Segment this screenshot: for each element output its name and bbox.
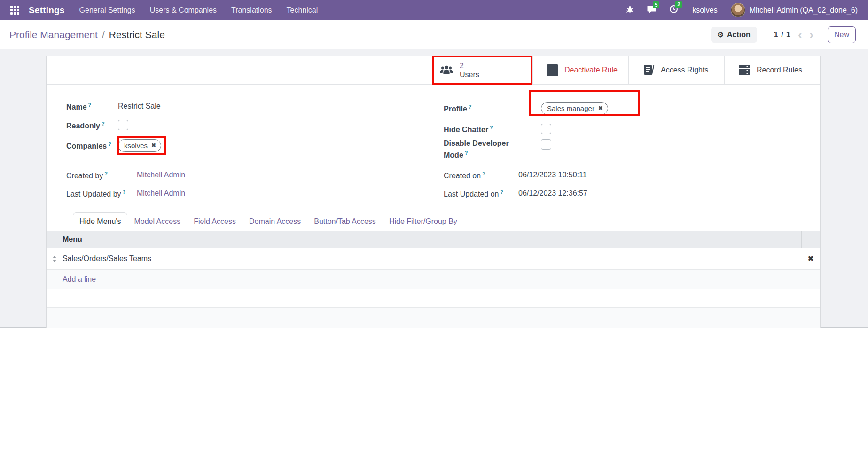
disable-developer-mode-checkbox[interactable] bbox=[541, 139, 551, 150]
control-panel-actions: ⚙ Action 1 / 1 ‹ › New bbox=[711, 26, 856, 43]
tab-model-access[interactable]: Model Access bbox=[127, 212, 187, 230]
company-tag-label: ksolves bbox=[124, 141, 148, 150]
company-switcher[interactable]: ksolves bbox=[692, 6, 717, 15]
help-icon: ? bbox=[104, 171, 108, 176]
breadcrumb-current: Restrict Sale bbox=[109, 29, 165, 40]
users-smart-button[interactable]: 2 Users bbox=[432, 56, 532, 84]
help-icon: ? bbox=[490, 125, 493, 130]
access-rights-label: Access Rights bbox=[661, 66, 708, 74]
user-name: Mitchell Admin (QA_02_done_6) bbox=[750, 6, 858, 15]
book-icon bbox=[642, 64, 655, 76]
menu-cell[interactable]: Sales/Orders/Sales Teams bbox=[63, 248, 801, 269]
nav-menu-translations[interactable]: Translations bbox=[231, 6, 272, 15]
add-a-line-button[interactable]: Add a line bbox=[63, 275, 96, 284]
bug-icon bbox=[626, 5, 634, 15]
menu-column-header[interactable]: Menu bbox=[63, 230, 801, 248]
field-label-readonly: Readonly? bbox=[66, 119, 118, 131]
deactivate-rule-button[interactable]: Deactivate Rule bbox=[532, 56, 628, 84]
pager-previous-icon[interactable]: ‹ bbox=[798, 30, 802, 40]
remove-tag-icon[interactable]: ✖ bbox=[598, 105, 603, 111]
form-sheet: 2 Users Deactivate Rule Access Rights bbox=[46, 56, 821, 328]
messages-badge: 5 bbox=[653, 1, 659, 8]
action-menu-label: Action bbox=[727, 31, 751, 39]
profile-tag: Sales manager ✖ bbox=[541, 102, 608, 115]
field-label-profile: Profile? bbox=[444, 102, 541, 114]
tab-hide-filter-group-by[interactable]: Hide Filter/Group By bbox=[383, 212, 464, 230]
help-icon: ? bbox=[102, 121, 105, 127]
new-record-button[interactable]: New bbox=[828, 26, 856, 43]
field-label-last-updated-on: Last Updated on? bbox=[444, 187, 518, 199]
user-menu[interactable]: Mitchell Admin (QA_02_done_6) bbox=[731, 3, 858, 17]
field-label-disable-developer-mode: Disable Developer Mode? bbox=[444, 138, 541, 160]
action-menu-button[interactable]: ⚙ Action bbox=[711, 27, 757, 43]
user-avatar bbox=[731, 3, 745, 17]
tab-hide-menus[interactable]: Hide Menu's bbox=[73, 212, 127, 230]
empty-row bbox=[47, 289, 820, 308]
hide-menus-list: Menu Sales/Orders/Sales Teams ✖ Add a li… bbox=[47, 230, 820, 328]
users-label: Users bbox=[460, 70, 479, 79]
nav-menu-technical[interactable]: Technical bbox=[287, 6, 318, 15]
drag-handle-icon[interactable] bbox=[53, 256, 56, 262]
notebook-tabs: Hide Menu's Model Access Field Access Do… bbox=[47, 212, 820, 230]
help-icon: ? bbox=[88, 102, 92, 108]
form-fields: Name? Restrict Sale Readonly? Companies?… bbox=[47, 85, 820, 212]
record-pager: 1 / 1 bbox=[774, 31, 791, 39]
field-label-companies: Companies? bbox=[66, 139, 118, 151]
apps-menu-button[interactable] bbox=[9, 5, 20, 16]
company-tag: ksolves ✖ bbox=[118, 139, 161, 152]
remove-tag-icon[interactable]: ✖ bbox=[151, 143, 156, 148]
app-name[interactable]: Settings bbox=[29, 5, 65, 16]
deactivate-rule-label: Deactivate Rule bbox=[564, 66, 618, 74]
breadcrumb-parent-link[interactable]: Profile Management bbox=[9, 29, 98, 40]
last-updated-by-value[interactable]: Mitchell Admin bbox=[137, 189, 185, 198]
pager-next-icon[interactable]: › bbox=[809, 30, 813, 40]
access-rights-button[interactable]: Access Rights bbox=[628, 56, 724, 84]
help-icon: ? bbox=[482, 171, 485, 176]
created-on-value: 06/12/2023 10:50:11 bbox=[518, 171, 587, 179]
breadcrumb: Profile Management / Restrict Sale bbox=[9, 29, 165, 40]
help-icon: ? bbox=[123, 189, 126, 195]
field-label-hide-chatter: Hide Chatter? bbox=[444, 123, 541, 135]
tab-field-access[interactable]: Field Access bbox=[187, 212, 242, 230]
name-value[interactable]: Restrict Sale bbox=[118, 102, 161, 111]
debug-mode-button[interactable] bbox=[626, 5, 634, 15]
record-rules-label: Record Rules bbox=[757, 66, 802, 74]
hide-chatter-checkbox[interactable] bbox=[541, 124, 551, 134]
last-updated-on-value: 06/12/2023 12:36:57 bbox=[518, 189, 587, 198]
tab-domain-access[interactable]: Domain Access bbox=[242, 212, 307, 230]
nav-menu-users-companies[interactable]: Users & Companies bbox=[150, 6, 217, 15]
record-rules-button[interactable]: Record Rules bbox=[724, 56, 820, 84]
table-row[interactable]: Sales/Orders/Sales Teams ✖ bbox=[47, 248, 820, 270]
profile-tag-label: Sales manager bbox=[547, 104, 594, 113]
delete-column-header bbox=[801, 230, 820, 248]
help-icon: ? bbox=[469, 104, 472, 110]
add-line-row: Add a line bbox=[47, 270, 820, 289]
apps-grid-icon bbox=[10, 6, 19, 15]
help-icon: ? bbox=[108, 141, 111, 147]
help-icon: ? bbox=[465, 150, 468, 156]
created-by-value[interactable]: Mitchell Admin bbox=[137, 171, 185, 179]
activities-button[interactable]: 2 bbox=[669, 5, 678, 16]
top-navbar: Settings General Settings Users & Compan… bbox=[0, 0, 868, 20]
control-panel: Profile Management / Restrict Sale ⚙ Act… bbox=[0, 20, 868, 49]
field-label-name: Name? bbox=[66, 100, 118, 112]
navbar-systray: 5 2 ksolves Mitchell Admin (QA_02_done_6… bbox=[613, 3, 858, 17]
help-icon: ? bbox=[500, 189, 503, 195]
nav-menu-general-settings[interactable]: General Settings bbox=[79, 6, 135, 15]
server-stack-icon bbox=[738, 64, 751, 76]
users-count: 2 bbox=[460, 61, 479, 70]
field-label-created-on: Created on? bbox=[444, 169, 518, 181]
breadcrumb-separator: / bbox=[102, 29, 105, 40]
list-header-row: Menu bbox=[47, 230, 820, 248]
content-area: 2 Users Deactivate Rule Access Rights bbox=[0, 49, 868, 328]
button-box: 2 Users Deactivate Rule Access Rights bbox=[47, 56, 820, 85]
activities-badge: 2 bbox=[675, 1, 682, 8]
users-icon bbox=[439, 65, 454, 75]
messages-button[interactable]: 5 bbox=[647, 5, 657, 16]
odoo-window: Settings General Settings Users & Compan… bbox=[0, 0, 868, 461]
tab-button-tab-access[interactable]: Button/Tab Access bbox=[307, 212, 383, 230]
field-label-last-updated-by: Last Updated by? bbox=[66, 187, 137, 199]
readonly-checkbox[interactable] bbox=[118, 120, 128, 130]
empty-row bbox=[47, 308, 820, 328]
delete-row-icon[interactable]: ✖ bbox=[808, 254, 814, 263]
